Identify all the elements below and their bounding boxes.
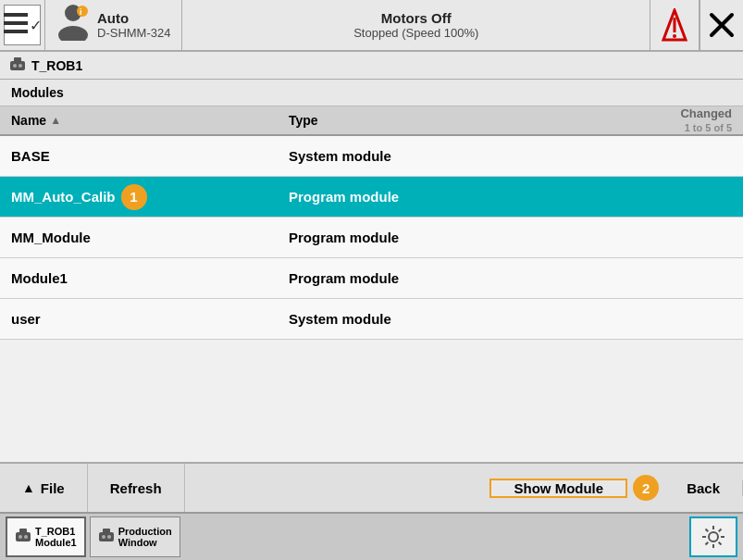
svg-rect-12 bbox=[10, 61, 25, 70]
table-body: BASE System module MM_Auto_Calib 1 Progr… bbox=[0, 136, 743, 462]
svg-point-19 bbox=[24, 535, 28, 539]
taskbar: T_ROB1 Module1 Production Window bbox=[0, 512, 743, 560]
footer-toolbar: ▲ File Refresh Show Module 2 Back bbox=[0, 462, 743, 512]
svg-point-9 bbox=[673, 34, 676, 38]
taskbar-item-trob1[interactable]: T_ROB1 Module1 bbox=[6, 516, 86, 557]
header-info-text: Auto D-SHMM-324 bbox=[97, 10, 170, 40]
svg-line-29 bbox=[706, 529, 709, 532]
svg-point-5 bbox=[77, 6, 88, 17]
svg-rect-21 bbox=[103, 529, 110, 533]
svg-rect-0 bbox=[4, 13, 28, 17]
svg-text:i: i bbox=[80, 7, 82, 17]
table-row[interactable]: BASE System module bbox=[0, 136, 743, 177]
robot-name: T_ROB1 bbox=[31, 58, 82, 73]
back-button[interactable]: Back bbox=[664, 480, 743, 496]
svg-point-4 bbox=[58, 26, 88, 41]
file-button[interactable]: ▲ File bbox=[0, 464, 88, 512]
selected-badge: 1 bbox=[121, 184, 147, 210]
modules-title: Modules bbox=[0, 80, 743, 106]
taskbar-item-production-window[interactable]: Production Window bbox=[90, 516, 180, 557]
svg-line-30 bbox=[719, 542, 722, 545]
svg-line-31 bbox=[719, 529, 722, 532]
cell-name: BASE bbox=[0, 148, 278, 164]
menu-icon bbox=[4, 13, 28, 38]
column-header-changed: Changed 1 to 5 of 5 bbox=[632, 106, 743, 134]
show-module-button[interactable]: Show Module bbox=[489, 479, 627, 498]
close-button[interactable] bbox=[699, 0, 743, 50]
svg-rect-2 bbox=[4, 30, 28, 33]
header-status: Motors Off Stopped (Speed 100%) bbox=[182, 0, 650, 50]
table-header: Name ▲ Type Changed 1 to 5 of 5 bbox=[0, 106, 743, 136]
svg-rect-16 bbox=[16, 532, 31, 541]
check-icon: ✓ bbox=[30, 17, 42, 34]
robot-label-row: T_ROB1 bbox=[0, 52, 743, 80]
up-arrow-icon: ▲ bbox=[22, 480, 35, 495]
cell-name: user bbox=[0, 311, 278, 327]
svg-line-32 bbox=[706, 542, 709, 545]
refresh-button[interactable]: Refresh bbox=[88, 464, 185, 512]
status-line1: Motors Off bbox=[197, 10, 635, 26]
svg-point-23 bbox=[107, 535, 111, 539]
taskbar-robot-icon-2 bbox=[98, 527, 115, 547]
taskbar-item-2-text: Production Window bbox=[118, 526, 172, 548]
svg-point-22 bbox=[102, 535, 105, 539]
table-row[interactable]: Module1 Program module bbox=[0, 258, 743, 299]
table-row[interactable]: MM_Auto_Calib 1 Program module bbox=[0, 177, 743, 218]
header-info: i Auto D-SHMM-324 bbox=[45, 0, 182, 50]
svg-point-24 bbox=[709, 532, 718, 541]
cell-type: System module bbox=[278, 148, 743, 164]
status-line2: Stopped (Speed 100%) bbox=[197, 26, 635, 40]
cell-type: System module bbox=[278, 311, 743, 327]
cell-type: Program module bbox=[278, 189, 743, 205]
footer-spacer bbox=[185, 464, 490, 512]
speed-indicator bbox=[650, 0, 699, 50]
header-left-buttons: ✓ bbox=[0, 0, 45, 50]
modules-section: Modules Name ▲ Type Changed 1 to 5 of 5 … bbox=[0, 80, 743, 462]
footer-badge: 2 bbox=[633, 475, 659, 501]
cell-name: Module1 bbox=[0, 270, 278, 286]
cell-name: MM_Module bbox=[0, 230, 278, 245]
header: ✓ i Auto D-SHMM-324 Motors Off Stopped (… bbox=[0, 0, 743, 52]
svg-point-15 bbox=[19, 64, 22, 68]
user-info-icon: i bbox=[56, 4, 90, 47]
robot-icon bbox=[9, 56, 26, 75]
mode-label: Auto bbox=[97, 10, 170, 26]
cell-name: MM_Auto_Calib 1 bbox=[0, 184, 278, 210]
svg-rect-1 bbox=[4, 21, 28, 25]
svg-rect-13 bbox=[14, 57, 21, 62]
footer-right-group: Show Module 2 Back bbox=[489, 464, 743, 512]
device-label: D-SHMM-324 bbox=[97, 26, 170, 40]
svg-rect-17 bbox=[19, 529, 27, 533]
column-header-type: Type bbox=[278, 113, 632, 128]
svg-point-14 bbox=[13, 64, 17, 68]
column-header-name: Name ▲ bbox=[0, 113, 278, 128]
cell-type: Program module bbox=[278, 270, 743, 286]
sort-arrow-icon: ▲ bbox=[50, 114, 61, 127]
settings-button[interactable] bbox=[689, 516, 737, 557]
table-row[interactable]: user System module bbox=[0, 299, 743, 340]
table-row[interactable]: MM_Module Program module bbox=[0, 218, 743, 258]
menu-button[interactable]: ✓ bbox=[4, 5, 41, 45]
cell-type: Program module bbox=[278, 230, 743, 245]
taskbar-robot-icon-1 bbox=[15, 527, 31, 547]
svg-rect-20 bbox=[99, 532, 114, 541]
taskbar-item-1-text: T_ROB1 Module1 bbox=[35, 526, 77, 548]
svg-point-18 bbox=[19, 535, 22, 539]
